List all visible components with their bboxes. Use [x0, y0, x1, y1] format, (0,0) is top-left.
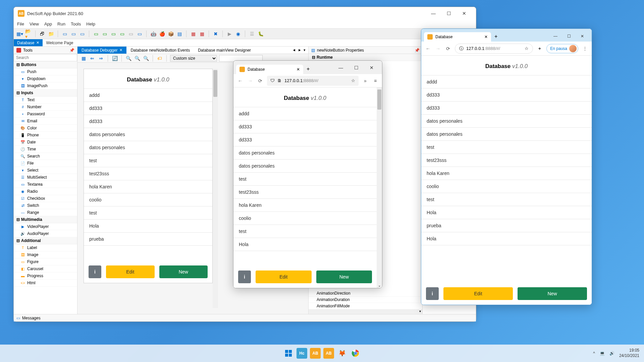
tag-icon[interactable]: 🏷	[156, 55, 163, 62]
toolbar-screen4-icon[interactable]: ▭	[119, 31, 125, 37]
maximize-button[interactable]: ☐	[562, 31, 576, 42]
tab-prev-icon[interactable]: ◄	[292, 48, 296, 52]
tools-search-input[interactable]	[14, 54, 77, 61]
minimize-button[interactable]: —	[333, 61, 348, 74]
taskbar-chrome-icon[interactable]	[350, 348, 361, 359]
toolbar-apple-icon[interactable]: 🍎	[159, 31, 165, 37]
close-button[interactable]: ✕	[576, 31, 589, 42]
star-icon[interactable]: ☆	[351, 78, 355, 83]
list-item[interactable]: hola Karen	[84, 180, 212, 193]
tray-clock[interactable]: 19:05 24/10/2021	[619, 348, 639, 358]
tool-item-carousel[interactable]: ◧Carousel	[14, 265, 77, 273]
list-item[interactable]: test23sss	[233, 186, 377, 199]
zoom-select[interactable]: Custom size	[170, 55, 217, 62]
toolbar-win1-icon[interactable]: ▭	[61, 31, 68, 37]
minimize-button[interactable]: —	[549, 31, 562, 42]
overflow-icon[interactable]: »	[362, 77, 369, 84]
toolbar-stop-icon[interactable]: ◉	[235, 31, 241, 37]
scroll-down-icon[interactable]: ⌄	[377, 284, 382, 287]
list-item[interactable]: test	[421, 193, 592, 206]
nav-home-icon[interactable]: ▦	[80, 55, 87, 62]
scrollbar-thumb[interactable]	[213, 70, 217, 97]
toolbar-win2-icon[interactable]: ▭	[70, 31, 77, 37]
tool-item-textarea[interactable]: ▭Textarea	[14, 181, 77, 188]
list-item[interactable]: test	[233, 173, 377, 186]
list-item[interactable]: test23sss	[84, 167, 212, 180]
taskbar-firefox-icon[interactable]: 🦊	[337, 348, 347, 359]
tool-item-imagepush[interactable]: 🖼ImagePush	[14, 82, 77, 89]
toolbar-build-icon[interactable]: ▦	[190, 31, 197, 37]
list-item[interactable]: addd	[421, 75, 592, 88]
back-icon[interactable]: ←	[237, 77, 244, 84]
list-item[interactable]: hola Karen	[233, 199, 377, 212]
toolbar-bug-icon[interactable]: 🐛	[257, 31, 264, 37]
list-item[interactable]: coolio	[233, 212, 377, 225]
tool-item-time[interactable]: 🕐Time	[14, 146, 77, 153]
new-button[interactable]: New	[518, 287, 587, 300]
toolbar-screen2-icon[interactable]: ▭	[101, 31, 108, 37]
refresh-icon[interactable]: 🔄	[111, 55, 118, 62]
list-item[interactable]: datos personales	[233, 146, 377, 160]
tools-section[interactable]: ⊟Buttons	[14, 61, 77, 68]
tools-section[interactable]: ⊟Additional	[14, 237, 77, 244]
list-item[interactable]: dd333	[84, 102, 212, 115]
pin-icon[interactable]: 📌	[69, 48, 74, 53]
list-item[interactable]: datos personales	[84, 141, 212, 154]
list-item[interactable]: dd333	[421, 88, 592, 102]
tool-item-label[interactable]: TLabel	[14, 244, 77, 251]
toolbar-layout-icon[interactable]: ▤	[176, 31, 183, 37]
tool-item-push[interactable]: ▭Push	[14, 68, 77, 75]
toolbar-box-icon[interactable]: 📦	[167, 31, 174, 37]
reload-icon[interactable]: ⟳	[257, 77, 264, 84]
taskbar-app-icon[interactable]: Hc	[297, 348, 307, 359]
reload-icon[interactable]: ⟳	[445, 45, 451, 52]
url-bar[interactable]: ⓘ 127.0.0.1:8888/#/ ☆	[455, 44, 533, 54]
close-icon[interactable]: ✕	[484, 35, 488, 39]
designer-tab-view[interactable]: Database mainView Designer	[194, 47, 255, 54]
tool-item-range[interactable]: —Range	[14, 209, 77, 216]
toolbar-open-icon[interactable]: 📂▾	[25, 31, 32, 37]
toolbar-screen3-icon[interactable]: ▭	[110, 31, 117, 37]
toolbar-sliders-icon[interactable]: ☰	[249, 31, 255, 37]
menu-help[interactable]: Help	[86, 21, 95, 26]
profile-button[interactable]: En pausa	[546, 44, 578, 53]
tool-item-videoplayer[interactable]: ▶VideoPlayer	[14, 223, 77, 230]
maximize-button[interactable]: ☐	[441, 7, 457, 20]
maximize-button[interactable]: ☐	[348, 61, 364, 74]
tool-item-color[interactable]: 🎨Color	[14, 125, 77, 132]
pin-icon[interactable]: 📌	[415, 48, 420, 53]
tool-item-select[interactable]: ▾Select	[14, 167, 77, 174]
list-item[interactable]: addd	[84, 89, 212, 102]
edit-button[interactable]: Edit	[256, 270, 312, 283]
list-item[interactable]: hola Karen	[421, 167, 592, 180]
toolbar-folder-icon[interactable]: 📁	[48, 31, 54, 37]
info-button[interactable]: i	[238, 270, 251, 283]
info-button[interactable]: i	[426, 287, 439, 300]
prop-row[interactable]: AnimationDuration	[309, 297, 422, 303]
toolbar-screen5-icon[interactable]: ▭	[127, 31, 134, 37]
tool-item-radio[interactable]: ◉Radio	[14, 188, 77, 195]
close-icon[interactable]: ✕	[36, 41, 39, 45]
menu-file[interactable]: File	[17, 21, 24, 26]
close-button[interactable]: ✕	[457, 7, 472, 20]
prop-row[interactable]: AnimationDirection	[309, 290, 422, 297]
menu-tools[interactable]: Tools	[71, 21, 81, 26]
back-icon[interactable]: ←	[425, 45, 431, 52]
list-item[interactable]: Hola	[84, 220, 212, 233]
toolbar-win3-icon[interactable]: ▭	[79, 31, 86, 37]
tool-item-dropdown[interactable]: ▾Dropdown	[14, 75, 77, 82]
toolbar-tools-icon[interactable]: ✖	[212, 31, 219, 37]
taskbar-app-icon[interactable]: AB	[323, 348, 334, 359]
tool-item-search[interactable]: 🔍Search	[14, 153, 77, 160]
new-tab-button[interactable]: +	[303, 64, 313, 74]
browser-tab[interactable]: Database ✕	[236, 65, 303, 74]
list-item[interactable]: Hola	[233, 238, 377, 251]
forward-icon[interactable]: →	[247, 77, 254, 84]
toolbar-build2-icon[interactable]: ▦	[199, 31, 205, 37]
forward-icon[interactable]: →	[435, 45, 441, 52]
messages-icon[interactable]: ▭	[16, 316, 20, 320]
toolbar-new-icon[interactable]: ▦▾	[16, 31, 23, 37]
toolbar-screen1-icon[interactable]: ▭	[93, 31, 99, 37]
toolbar-android-icon[interactable]: 🤖	[150, 31, 157, 37]
statusbar-label[interactable]: Messages	[22, 316, 41, 320]
